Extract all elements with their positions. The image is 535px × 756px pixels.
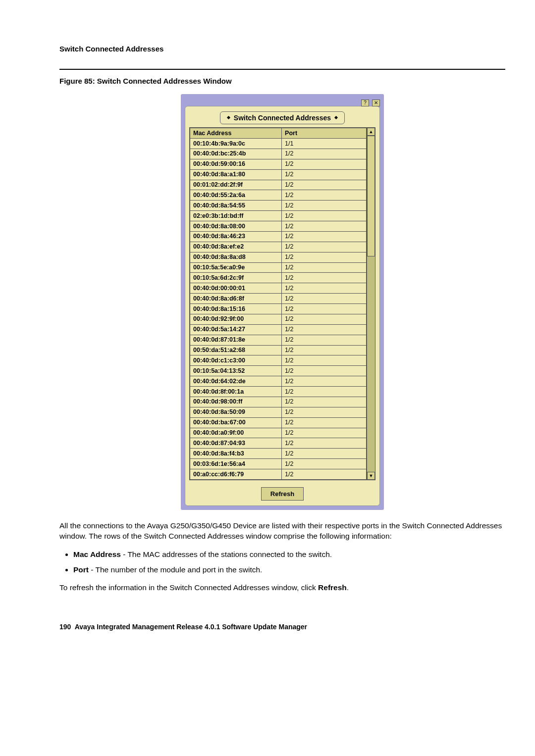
decoration-dot <box>227 116 230 119</box>
table-row[interactable]: 00:40:0d:8a:ef:e21/2 <box>190 242 367 252</box>
cell-mac: 00:40:0d:8a:8a:d8 <box>190 252 282 262</box>
decoration-dot <box>334 116 338 119</box>
table-row[interactable]: 00:40:0d:8a:46:231/2 <box>190 231 367 242</box>
cell-port: 1/2 <box>282 417 367 428</box>
cell-port: 1/2 <box>282 397 367 407</box>
table-row[interactable]: 00:40:0d:8a:f4:b31/2 <box>190 449 367 459</box>
term: Mac Address <box>73 550 121 558</box>
cell-mac: 00:40:0d:8a:a1:80 <box>190 169 282 180</box>
page-number: 190 <box>59 623 71 631</box>
cell-port: 1/2 <box>282 201 367 211</box>
cell-port: 1/2 <box>282 169 367 180</box>
table-row[interactable]: 00:10:5a:04:13:521/2 <box>190 366 367 376</box>
table-row[interactable]: 00:40:0d:8f:00:1a1/2 <box>190 387 367 397</box>
scroll-thumb[interactable] <box>367 136 375 256</box>
cell-mac: 00:40:0d:8a:08:00 <box>190 221 282 232</box>
table-row[interactable]: 00:10:5a:5e:a0:9e1/2 <box>190 262 367 273</box>
cell-mac: 00:40:0d:98:00:ff <box>190 397 282 407</box>
table-row[interactable]: 00:40:0d:55:2a:6a1/2 <box>190 190 367 201</box>
cell-port: 1/2 <box>282 407 367 417</box>
cell-port: 1/2 <box>282 449 367 459</box>
table-row[interactable]: 00:40:0d:64:02:de1/2 <box>190 376 367 387</box>
cell-port: 1/2 <box>282 211 367 221</box>
scroll-down-icon[interactable]: ▼ <box>367 472 375 480</box>
table-row[interactable]: 00:40:0d:8a:50:091/2 <box>190 407 367 417</box>
refresh-button[interactable]: Refresh <box>261 487 304 501</box>
cell-port: 1/2 <box>282 366 367 376</box>
cell-port: 1/2 <box>282 438 367 449</box>
cell-mac: 00:40:0d:87:01:8e <box>190 335 282 345</box>
cell-port: 1/2 <box>282 314 367 324</box>
cell-mac: 00:40:0d:55:2a:6a <box>190 190 282 201</box>
cell-mac: 00:50:da:51:a2:68 <box>190 345 282 355</box>
cell-mac: 00:40:0d:5a:14:27 <box>190 324 282 335</box>
cell-mac: 00:10:4b:9a:9a:0c <box>190 139 282 149</box>
scrollbar[interactable]: ▲ ▼ <box>367 128 375 480</box>
table-row[interactable]: 00:10:5a:6d:2c:9f1/2 <box>190 273 367 283</box>
cell-port: 1/2 <box>282 231 367 242</box>
cell-mac: 00:40:0d:8a:54:55 <box>190 201 282 211</box>
table-row[interactable]: 00:40:0d:98:00:ff1/2 <box>190 397 367 407</box>
table-row[interactable]: 00:10:4b:9a:9a:0c1/1 <box>190 139 367 149</box>
help-icon[interactable]: ? <box>361 100 369 106</box>
table-row[interactable]: 00:40:0d:87:01:8e1/2 <box>190 335 367 345</box>
table-row[interactable]: 00:40:0d:8a:15:161/2 <box>190 304 367 314</box>
close-icon[interactable]: ✕ <box>372 100 380 106</box>
cell-port: 1/1 <box>282 139 367 149</box>
table-row[interactable]: 02:e0:3b:1d:bd:ff1/2 <box>190 211 367 221</box>
figure-caption: Figure 85: Switch Connected Addresses Wi… <box>59 77 505 85</box>
ref-refresh: Refresh <box>318 583 347 592</box>
list-item: Mac Address - The MAC addresses of the s… <box>73 549 505 561</box>
cell-mac: 00:40:0d:bc:25:4b <box>190 149 282 159</box>
list-item: Port - The number of the module and port… <box>73 564 505 576</box>
col-header-mac[interactable]: Mac Address <box>190 128 282 139</box>
table-row[interactable]: 00:40:0d:8a:d6:8f1/2 <box>190 294 367 304</box>
cell-mac: 00:40:0d:92:9f:00 <box>190 314 282 324</box>
cell-port: 1/2 <box>282 221 367 232</box>
cell-mac: 00:40:0d:8a:ef:e2 <box>190 242 282 252</box>
table-row[interactable]: 00:40:0d:92:9f:001/2 <box>190 314 367 324</box>
table-row[interactable]: 00:40:0d:ba:67:001/2 <box>190 417 367 428</box>
cell-mac: 02:e0:3b:1d:bd:ff <box>190 211 282 221</box>
table-row[interactable]: 00:50:da:51:a2:681/2 <box>190 345 367 355</box>
table-row[interactable]: 00:40:0d:8a:a1:801/2 <box>190 169 367 180</box>
table-row[interactable]: 00:40:0d:00:00:011/2 <box>190 283 367 294</box>
table-row[interactable]: 00:01:02:dd:2f:9f1/2 <box>190 180 367 190</box>
cell-mac: 00:40:0d:8a:15:16 <box>190 304 282 314</box>
cell-port: 1/2 <box>282 252 367 262</box>
table-row[interactable]: 00:40:0d:8a:08:001/2 <box>190 221 367 232</box>
cell-mac: 00:01:02:dd:2f:9f <box>190 180 282 190</box>
cell-mac: 00:40:0d:8a:46:23 <box>190 231 282 242</box>
cell-mac: 00:10:5a:5e:a0:9e <box>190 262 282 273</box>
cell-port: 1/2 <box>282 345 367 355</box>
cell-mac: 00:40:0d:c1:c3:00 <box>190 355 282 366</box>
table-row[interactable]: 00:a0:cc:d6:f6:791/2 <box>190 469 367 480</box>
table-row[interactable]: 00:40:0d:c1:c3:001/2 <box>190 355 367 366</box>
cell-mac: 00:40:0d:8a:f4:b3 <box>190 449 282 459</box>
col-header-port[interactable]: Port <box>282 128 367 139</box>
table-row[interactable]: 00:40:0d:59:00:161/2 <box>190 159 367 169</box>
table-row[interactable]: 00:40:0d:a0:9f:001/2 <box>190 428 367 438</box>
window-screenshot: ? ✕ Switch Connected Addresses Mac Addre… <box>181 94 384 510</box>
description-list: Mac Address - The MAC addresses of the s… <box>73 549 505 576</box>
cell-port: 1/2 <box>282 459 367 469</box>
table-row[interactable]: 00:40:0d:87:04:931/2 <box>190 438 367 449</box>
text: . <box>347 583 349 592</box>
text: To refresh the information in the Switch… <box>59 583 318 592</box>
window-title-text: Switch Connected Addresses <box>234 114 331 122</box>
table-row[interactable]: 00:40:0d:8a:54:551/2 <box>190 201 367 211</box>
cell-port: 1/2 <box>282 428 367 438</box>
cell-mac: 00:40:0d:8a:d6:8f <box>190 294 282 304</box>
table-row[interactable]: 00:03:6d:1e:56:a41/2 <box>190 459 367 469</box>
page-footer: 190 Avaya Integrated Management Release … <box>59 623 505 631</box>
cell-port: 1/2 <box>282 469 367 480</box>
table-row[interactable]: 00:40:0d:5a:14:271/2 <box>190 324 367 335</box>
cell-mac: 00:40:0d:00:00:01 <box>190 283 282 294</box>
window-title: Switch Connected Addresses <box>220 111 345 124</box>
table-row[interactable]: 00:40:0d:bc:25:4b1/2 <box>190 149 367 159</box>
cell-mac: 00:10:5a:04:13:52 <box>190 366 282 376</box>
cell-mac: 00:40:0d:8f:00:1a <box>190 387 282 397</box>
term: Port <box>73 565 89 574</box>
scroll-up-icon[interactable]: ▲ <box>367 128 375 136</box>
table-row[interactable]: 00:40:0d:8a:8a:d81/2 <box>190 252 367 262</box>
